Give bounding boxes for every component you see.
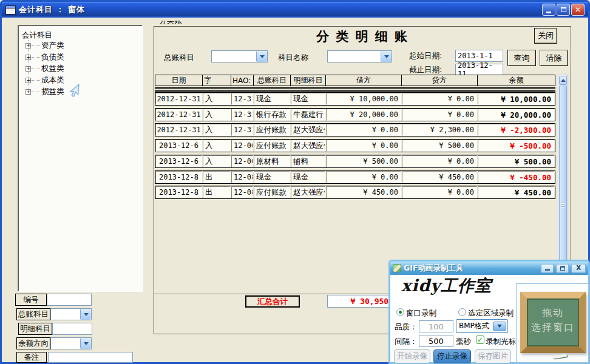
cell-debit: ¥ 20,000.00	[326, 109, 401, 121]
chalk-piece	[552, 354, 567, 359]
cell-hao: 12-31	[231, 124, 253, 136]
expand-icon[interactable]: +	[25, 66, 31, 72]
query-button[interactable]: 查询	[507, 50, 536, 66]
cell-general: 现金	[254, 171, 290, 183]
tree-item[interactable]: + 资产类	[18, 40, 142, 52]
header-general: 总账科目	[254, 75, 291, 86]
save-image-button[interactable]: 保存图片	[475, 349, 511, 363]
detail-subject-field[interactable]	[52, 323, 92, 335]
board-line1: 拖动	[527, 307, 579, 320]
maximize-icon	[561, 7, 566, 12]
close-button[interactable]: ✕	[571, 4, 585, 16]
cell-date: 2013-12-6	[155, 155, 202, 167]
tree-item-label: 成本类	[41, 75, 64, 86]
table-row[interactable]: 2012-12-31 入 12-31 应付账款 赵大强应付 ¥ 0.00 ¥ 2…	[155, 123, 555, 136]
form-icon	[5, 5, 16, 15]
cell-word: 入	[203, 140, 231, 152]
tree-connector	[31, 80, 40, 81]
table-row[interactable]: 2012-12-31 入 12-31 银行存款 牛磊建行 ¥ 20,000.00…	[155, 108, 555, 121]
cell-debit: ¥ 10,000.00	[326, 93, 401, 105]
table-header: 日期 字 HAO: 总账科目 明细科目 借方 贷方 余额	[155, 75, 555, 86]
record-cursor-checkbox[interactable]: ✓	[476, 335, 484, 344]
detail-subject-label: 明细科目	[18, 323, 52, 335]
tree-item[interactable]: + 负债类	[18, 52, 142, 63]
interval-label: 间隔：	[395, 337, 418, 347]
number-label: 编号	[15, 294, 47, 306]
minimize-button[interactable]	[542, 4, 555, 16]
chevron-down-icon[interactable]	[80, 309, 91, 320]
chevron-down-icon[interactable]	[80, 338, 91, 349]
filter-name-select[interactable]	[327, 50, 392, 62]
filter-general-select[interactable]	[211, 50, 268, 62]
recorder-minimize-button[interactable]	[541, 264, 554, 273]
header-divider	[155, 87, 555, 92]
cell-debit: ¥ 0.00	[326, 140, 401, 152]
end-date-field[interactable]: 2013-12-11	[455, 64, 503, 76]
start-record-button[interactable]: 开始录像	[394, 349, 430, 363]
cell-general: 现金	[254, 93, 290, 105]
minimize-icon	[546, 12, 551, 13]
start-date-field[interactable]: 2013-1-1	[455, 50, 503, 62]
interval-field[interactable]: 500	[419, 335, 453, 347]
recorder-maximize-button[interactable]	[556, 264, 569, 273]
table-scrollbar[interactable]	[558, 75, 568, 263]
table-row[interactable]: 2013-12-6 入 12-06 应付账款 赵大强应付 ¥ 0.00 ¥ 50…	[155, 139, 555, 152]
filter-general-label: 总账科目	[164, 53, 194, 63]
stop-record-button[interactable]: 停止录像	[433, 349, 471, 363]
tree-item[interactable]: + 权益类	[18, 63, 142, 75]
tree-item-label: 权益类	[41, 64, 64, 74]
cell-detail: 牛磊建行	[291, 109, 325, 121]
chevron-down-icon[interactable]	[256, 51, 267, 62]
cell-credit: ¥ 450.00	[402, 171, 477, 183]
cell-word: 入	[203, 93, 231, 105]
maximize-icon	[560, 266, 565, 271]
table-row[interactable]: 2013-12-8 出 12-08 应付账款 赵大强应付 ¥ 450.00 ¥ …	[155, 186, 555, 199]
header-debit: 借方	[326, 75, 402, 86]
chalkboard-image: 拖动 选择窗口	[520, 292, 586, 353]
minimize-icon	[545, 269, 550, 271]
balance-direction-select[interactable]	[50, 337, 92, 349]
table-row[interactable]: 2012-12-31 入 12-31 现金 现金 ¥ 10,000.00 ¥ 0…	[155, 92, 555, 106]
number-field[interactable]	[47, 294, 92, 306]
title-bar[interactable]: 会计科目 ： 窗体 ✕	[2, 2, 588, 18]
ms-label: 毫秒	[456, 337, 471, 347]
cell-detail: 现金	[291, 93, 325, 105]
format-select[interactable]: BMP格式	[456, 319, 508, 333]
window-record-radio[interactable]	[396, 308, 404, 316]
ledger-close-button[interactable]: 关闭	[534, 28, 557, 44]
recorder-app-icon	[393, 264, 401, 272]
cell-detail: 现金	[291, 171, 325, 183]
maximize-button[interactable]	[557, 4, 570, 16]
chevron-down-icon[interactable]	[381, 51, 392, 62]
cell-word: 出	[203, 186, 231, 198]
cell-word: 入	[203, 124, 231, 136]
remark-field[interactable]	[48, 352, 133, 363]
cell-credit: ¥ 2,300.00	[402, 124, 477, 136]
recorder-close-button[interactable]: X	[571, 264, 586, 273]
cell-debit: ¥ 0.00	[326, 171, 401, 183]
board-line2: 选择窗口	[527, 322, 579, 334]
expand-icon[interactable]: +	[25, 55, 31, 60]
clear-button[interactable]: 清除	[540, 50, 568, 66]
tree-item-label: 资产类	[41, 41, 64, 51]
recorder-title-bar[interactable]: GIF动画录制工具 X	[390, 261, 588, 275]
cell-balance: ¥ 450.00	[478, 186, 554, 198]
table-row[interactable]: 2013-12-6 入 12-06 原材料 辅料 ¥ 500.00 ¥ 0.00…	[155, 155, 555, 168]
expand-icon[interactable]: +	[25, 89, 31, 95]
cell-credit: ¥ 0.00	[402, 93, 477, 105]
tree-item-label: 损益类	[41, 87, 64, 97]
scroll-up-icon[interactable]	[559, 76, 567, 85]
table-row[interactable]: 2013-12-8 出 12-08 现金 现金 ¥ 0.00 ¥ 450.00 …	[155, 170, 555, 184]
expand-icon[interactable]: +	[25, 78, 31, 83]
quality-field[interactable]: 100	[419, 320, 453, 332]
cell-debit: ¥ 450.00	[326, 186, 401, 198]
scrollbar-thumb[interactable]	[559, 86, 567, 261]
tree-root-label[interactable]: 会计科目	[22, 30, 52, 41]
cell-date: 2013-12-8	[155, 171, 202, 183]
region-record-radio[interactable]	[458, 308, 466, 316]
general-subject-select[interactable]	[50, 308, 92, 320]
chevron-down-icon[interactable]	[493, 322, 506, 331]
tree-item-label: 负债类	[41, 52, 64, 62]
expand-icon[interactable]: +	[25, 43, 31, 49]
cell-debit: ¥ 0.00	[326, 124, 401, 136]
